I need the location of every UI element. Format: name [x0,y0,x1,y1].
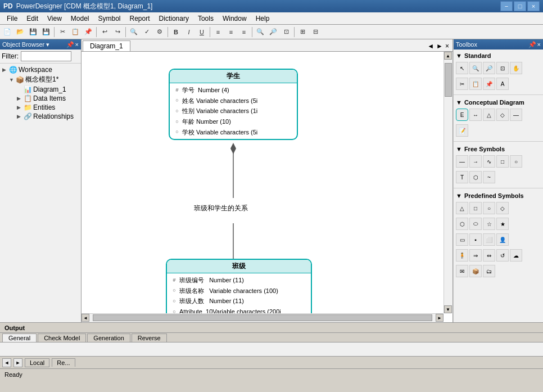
menu-tools[interactable]: Tools [193,13,218,24]
tb-pre-triangle[interactable]: △ [456,202,468,214]
output-tab-reverse[interactable]: Reverse [132,334,167,342]
menu-report[interactable]: Report [125,13,155,24]
tb-tool-entity[interactable]: E [456,109,468,121]
tb-zoom-out[interactable]: 🔎 [267,26,279,38]
tb-save2[interactable]: 💾 [40,26,52,38]
tb-pre-star[interactable]: ☆ [483,218,495,230]
tb-copy[interactable]: 📋 [69,26,82,38]
tb-align-center[interactable]: ≡ [225,26,237,38]
tb-pre-cylinder[interactable]: 🗂 [483,265,495,277]
scrollbar-horizontal[interactable]: ◄ ► [82,313,444,322]
tb-pre-person2[interactable]: 🧍 [456,249,468,262]
tb-tool-cursor[interactable]: ↖ [456,62,468,74]
output-tab-generation[interactable]: Generation [87,334,130,342]
menu-model[interactable]: Model [66,13,94,24]
tb-find[interactable]: 🔍 [128,26,140,38]
output-tab-general[interactable]: General [2,334,37,342]
menu-edit[interactable]: Edit [22,13,43,24]
diagram-canvas[interactable]: 学生 # 学号 Number (4) ○ 姓名 Variable charact… [82,52,452,322]
ob-close-icon[interactable]: × [75,41,79,48]
maximize-button[interactable]: □ [514,1,526,11]
ob-pin-icon[interactable]: 📌 [66,41,74,48]
scroll-down-button[interactable]: ▼ [444,305,452,313]
title-bar-controls[interactable]: − □ × [500,1,540,11]
tb-fit[interactable]: ⊡ [280,26,292,38]
tb-pre-star2[interactable]: ★ [496,218,509,230]
tb-undo[interactable]: ↩ [98,26,111,38]
tab-scroll-right-icon[interactable]: ► [436,42,443,50]
minimize-button[interactable]: − [500,1,513,11]
tb-tool-relationship[interactable]: ↔ [469,109,482,121]
tb-free-poly[interactable]: ⬡ [469,171,482,183]
diagram-tab-1[interactable]: Diagram_1 [83,40,130,51]
scroll-left-button[interactable]: ◄ [82,314,89,322]
tb-pre-diamond[interactable]: ◇ [496,202,509,214]
tb-pre-bidir[interactable]: ⇔ [483,249,495,262]
tb-tool-zoom-out[interactable]: 🔎 [483,62,495,74]
tb-paste[interactable]: 📌 [82,26,94,38]
tb-align-right[interactable]: ≡ [238,26,250,38]
tb-tool-fit[interactable]: ⊡ [496,62,509,74]
tb-pre-circle[interactable]: ○ [483,202,495,214]
tb-open[interactable]: 📂 [14,26,26,38]
tb-free-line[interactable]: — [456,155,468,168]
tree-entities[interactable]: ▶ 📁 Entities [1,103,80,112]
tb-tool-format[interactable]: A [496,78,509,90]
tb-check[interactable]: ✓ [141,26,153,38]
tree-diagram[interactable]: 📊 Diagram_1 [1,85,80,94]
tb-pre-arrow2[interactable]: ⇒ [469,249,482,262]
tb-predefined-header[interactable]: ▼ Predefined Symbols [456,191,541,200]
tb-conceptual-header[interactable]: ▼ Conceptual Diagram [456,98,541,107]
entity-class[interactable]: 班级 # 班级编号 Number (11) ○ 班级名称 Variable ch… [166,259,312,320]
tb-redo[interactable]: ↪ [111,26,124,38]
nav-back-button[interactable]: ◄ [2,358,11,367]
tb-free-bezier[interactable]: ~ [483,171,495,183]
tb-pre-hex[interactable]: ⬡ [456,218,468,230]
filter-input[interactable] [21,51,71,61]
nav-tab-local[interactable]: Local [25,358,49,367]
tab-close-icon[interactable]: × [445,42,449,50]
tb-align-left[interactable]: ≡ [212,26,224,38]
tb-pre-cloud[interactable]: ☁ [510,249,522,262]
output-tab-check[interactable]: Check Model [38,334,86,342]
tab-scroll-left-icon[interactable]: ◄ [427,42,434,50]
menu-help[interactable]: Help [251,13,274,24]
tree-data-items[interactable]: ▶ 📋 Data Items [1,94,80,103]
tb-tool-assoc[interactable]: ◇ [496,109,509,121]
tb-close-icon[interactable]: × [537,41,541,48]
menu-window[interactable]: Window [218,13,251,24]
tb-new[interactable]: 📄 [1,26,13,38]
tb-pre-envelope[interactable]: ✉ [456,265,468,277]
menu-symbol[interactable]: Symbol [94,13,125,24]
tree-model[interactable]: ▼ 📦 概念模型1* [1,74,80,85]
tb-tool-note[interactable]: 📝 [456,124,468,137]
tb-pre-person[interactable]: 👤 [496,233,509,246]
nav-tab-repository[interactable]: Re... [52,358,75,367]
expand-relationships-icon[interactable]: ▶ [17,114,22,119]
tb-tool-pan[interactable]: ✋ [510,62,522,74]
menu-file[interactable]: File [2,13,22,24]
tb-tool-inherit[interactable]: △ [483,109,495,121]
tb-free-rect[interactable]: □ [496,155,509,168]
tb-pre-rounded-rect[interactable]: ▭ [456,233,468,246]
tb-free-text[interactable]: T [456,171,468,183]
nav-forward-button[interactable]: ► [13,358,22,367]
tb-zoom-in[interactable]: 🔍 [254,26,266,38]
tb-italic[interactable]: I [183,26,195,38]
scroll-right-button[interactable]: ► [436,314,444,322]
tb-pre-shadow-rect[interactable]: ▪ [469,233,482,246]
tb-standard-header[interactable]: ▼ Standard [456,51,541,60]
tb-pre-3d-rect[interactable]: ⬜ [483,233,495,246]
tb-tool-cut[interactable]: ✂ [456,78,468,90]
tb-underline[interactable]: U [196,26,208,38]
tb-grid[interactable]: ⊞ [296,26,309,38]
tb-tool-zoom-in[interactable]: 🔍 [469,62,482,74]
tb-snap[interactable]: ⊟ [309,26,322,38]
expand-data-items-icon[interactable]: ▶ [17,96,22,101]
tb-free-arrow[interactable]: → [469,155,482,168]
tb-gen[interactable]: ⚙ [153,26,166,38]
menu-view[interactable]: View [43,13,66,24]
menu-dictionary[interactable]: Dictionary [155,13,193,24]
tb-tool-paste[interactable]: 📌 [483,78,495,90]
expand-entities-icon[interactable]: ▶ [17,105,22,110]
